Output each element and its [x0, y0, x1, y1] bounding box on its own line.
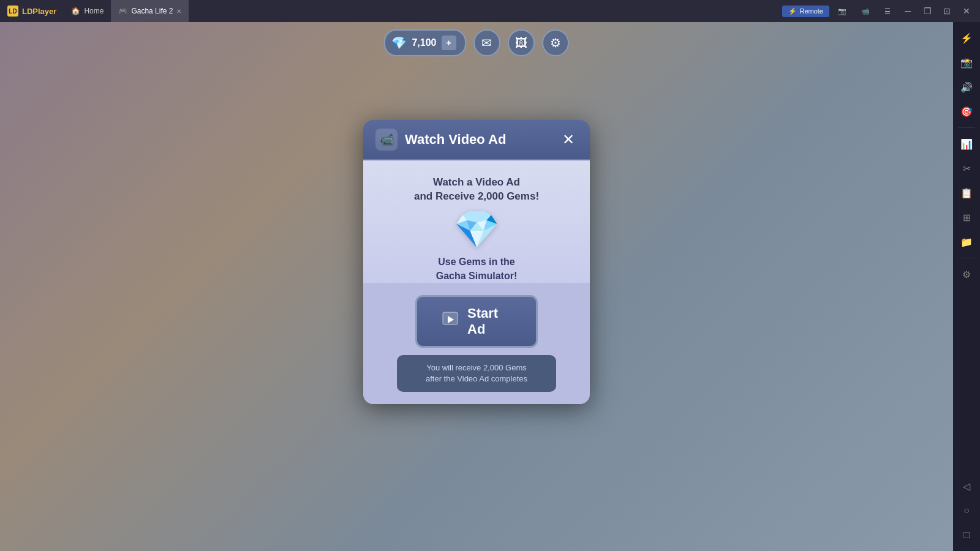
minimize-btn[interactable]: ─ — [899, 2, 916, 20]
home-tab-icon: 🏠 — [71, 7, 80, 15]
video-icon: 📹 — [379, 132, 394, 147]
resize-btn[interactable]: ❐ — [919, 2, 936, 20]
notice-line2: after the Video Ad completes — [426, 374, 527, 383]
screenshot-btn[interactable]: 📷 — [832, 6, 853, 17]
sidebar-icon-bottom-2[interactable]: ○ — [956, 500, 978, 522]
sidebar-icon-8[interactable]: ⊞ — [956, 206, 978, 228]
sidebar-icon-10[interactable]: ⚙ — [956, 263, 978, 285]
sidebar-icon-bottom-3[interactable]: □ — [956, 524, 978, 546]
watch-video-dialog: 📹 Watch Video Ad ✕ Watch a Video Ad and … — [363, 120, 590, 405]
tab-home[interactable]: 🏠 Home — [64, 0, 111, 22]
home-tab-label: Home — [84, 7, 104, 15]
notice-box: You will receive 2,000 Gems after the Vi… — [397, 355, 556, 392]
use-text-line1: Use Gems in the — [438, 257, 514, 267]
remote-button[interactable]: ⚡ Remote — [782, 6, 829, 17]
dialog-title: Watch Video Ad — [405, 132, 552, 148]
dialog-header: 📹 Watch Video Ad ✕ — [363, 120, 590, 160]
subtitle-line2: and Receive 2,000 Gems! — [414, 190, 539, 202]
dialog-header-icon: 📹 — [375, 129, 398, 151]
gacha-tab-icon: 🎮 — [118, 7, 127, 15]
close-btn[interactable]: ✕ — [958, 2, 975, 20]
titlebar: LD LDPlayer 🏠 Home 🎮 Gacha Life 2 ✕ ⚡ Re… — [0, 0, 980, 22]
dialog-close-button[interactable]: ✕ — [559, 130, 578, 149]
game-area: 💎 7,100 + ✉ 🖼 ⚙ 🧒 Keito 👧 Elizabeth 👥 Sl… — [0, 22, 953, 551]
close-x-icon: ✕ — [562, 131, 575, 148]
app-name: LDPlayer — [22, 7, 56, 16]
sidebar-icon-bottom-1[interactable]: ◁ — [956, 475, 978, 497]
start-ad-btn-icon — [442, 311, 459, 332]
sidebar-icon-6[interactable]: ✂ — [956, 157, 978, 179]
camera-btn[interactable]: 📹 — [855, 6, 876, 17]
notice-line1: You will receive 2,000 Gems — [426, 363, 527, 372]
start-ad-button[interactable]: Start Ad — [415, 295, 538, 348]
dialog-use-text: Use Gems in the Gacha Simulator! — [436, 255, 517, 283]
diamond-gem-icon: 💎 — [454, 211, 500, 248]
sidebar-icon-1[interactable]: ⚡ — [956, 27, 978, 49]
sidebar-icon-5[interactable]: 📊 — [956, 133, 978, 155]
start-ad-btn-label: Start Ad — [467, 305, 511, 337]
sidebar-divider-2 — [958, 258, 975, 258]
sidebar-icon-4[interactable]: 🎯 — [956, 100, 978, 122]
subtitle-line1: Watch a Video Ad — [433, 176, 520, 188]
remote-label: Remote — [799, 7, 823, 15]
logo-icon: LD — [7, 6, 18, 17]
titlebar-controls: ⚡ Remote 📷 📹 ☰ ─ ❐ ⊡ ✕ — [782, 2, 980, 20]
dialog-body: Watch a Video Ad and Receive 2,000 Gems!… — [363, 160, 590, 283]
tab-gacha-life[interactable]: 🎮 Gacha Life 2 ✕ — [111, 0, 189, 22]
use-text-line2: Gacha Simulator! — [436, 271, 517, 281]
modal-overlay: 📹 Watch Video Ad ✕ Watch a Video Ad and … — [0, 22, 953, 551]
sidebar-icon-2[interactable]: 📸 — [956, 51, 978, 73]
dialog-subtitle: Watch a Video Ad and Receive 2,000 Gems! — [414, 175, 539, 204]
remote-icon: ⚡ — [788, 7, 797, 15]
right-sidebar: ⚡ 📸 🔊 🎯 📊 ✂ 📋 ⊞ 📁 ⚙ ◁ ○ □ — [953, 22, 980, 551]
menu-btn[interactable]: ☰ — [878, 6, 897, 17]
dialog-footer: Start Ad You will receive 2,000 Gems aft… — [363, 283, 590, 404]
sidebar-icon-3[interactable]: 🔊 — [956, 76, 978, 98]
tab-close-icon[interactable]: ✕ — [176, 8, 181, 15]
sidebar-icon-9[interactable]: 📁 — [956, 231, 978, 253]
gacha-tab-label: Gacha Life 2 — [131, 7, 173, 15]
sidebar-icon-7[interactable]: 📋 — [956, 182, 978, 204]
sidebar-divider-1 — [958, 127, 975, 128]
app-logo: LD LDPlayer — [0, 6, 64, 17]
fullscreen-btn[interactable]: ⊡ — [938, 2, 956, 20]
